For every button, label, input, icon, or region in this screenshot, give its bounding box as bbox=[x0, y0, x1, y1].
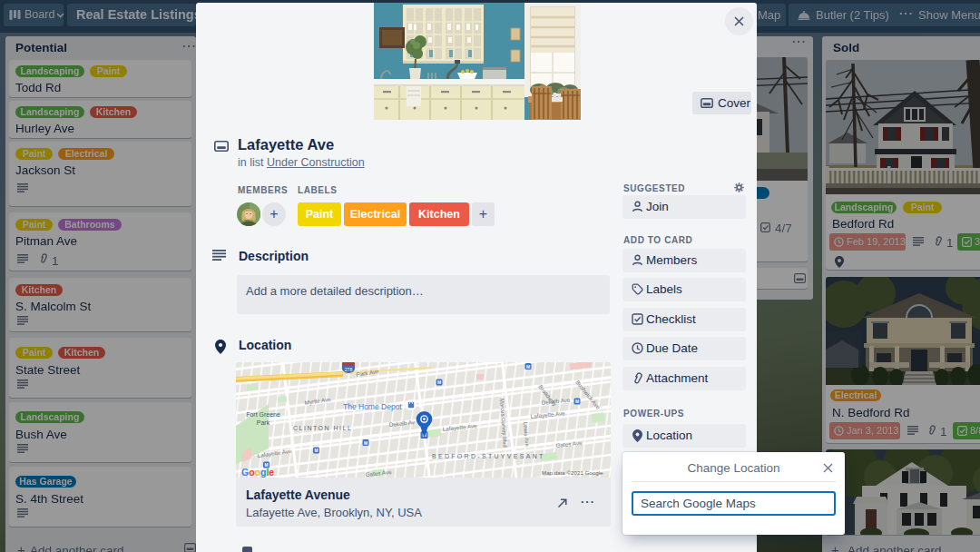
svg-text:Google: Google bbox=[241, 467, 274, 478]
svg-text:Map data ©2021 Google: Map data ©2021 Google bbox=[542, 469, 603, 476]
svg-text:Fort Greene: Fort Greene bbox=[246, 411, 280, 418]
svg-text:CLINTON HILL: CLINTON HILL bbox=[293, 425, 352, 431]
svg-text:M: M bbox=[437, 380, 441, 385]
svg-text:M: M bbox=[314, 448, 318, 453]
svg-text:Park: Park bbox=[257, 419, 270, 426]
svg-text:M: M bbox=[575, 399, 579, 404]
svg-text:The Home Depot: The Home Depot bbox=[343, 402, 402, 411]
svg-text:M: M bbox=[526, 364, 530, 370]
svg-text:BEDFORD-STUYVESANT: BEDFORD-STUYVESANT bbox=[432, 453, 545, 459]
svg-text:278: 278 bbox=[345, 367, 353, 372]
svg-text:M: M bbox=[364, 440, 368, 446]
